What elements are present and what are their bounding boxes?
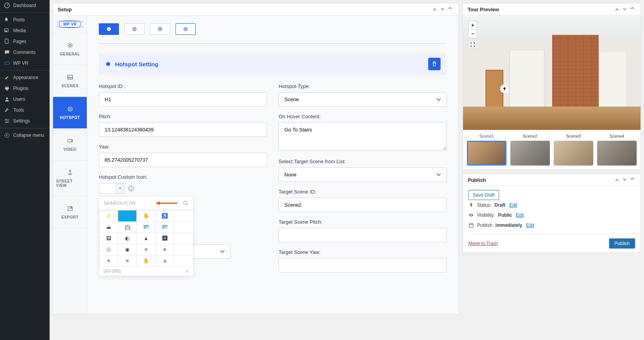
panel-toggle-icon[interactable] [629, 6, 636, 13]
icon-option[interactable] [174, 255, 193, 267]
icon-option[interactable] [174, 244, 193, 255]
hotspot-nav-add[interactable] [176, 23, 196, 35]
icon-option[interactable]: ✋ [136, 255, 155, 267]
save-draft-button[interactable]: Save Draft [468, 190, 499, 200]
panel-up-icon[interactable] [431, 6, 438, 13]
menu-media[interactable]: Media [0, 25, 50, 36]
icon-option[interactable]: 🖼 [99, 233, 118, 244]
hover-content-input[interactable]: Go To Stairs [279, 123, 447, 150]
thumb-scene3[interactable]: Scene3 [554, 134, 593, 166]
icon-picker-toggle[interactable] [116, 183, 124, 194]
tab-video[interactable]: VIDEO [53, 129, 87, 161]
zoom-out-button[interactable]: − [468, 29, 477, 38]
icon-option[interactable]: ≡ [155, 244, 174, 255]
arrow-up-icon [502, 86, 507, 91]
icon-option[interactable]: ◉ [118, 244, 137, 255]
menu-wpvr[interactable]: WP VR [0, 58, 50, 69]
tab-scenes[interactable]: SCENES [53, 65, 87, 97]
delete-hotspot-button[interactable] [428, 58, 441, 70]
hotspot-nav-2[interactable] [124, 23, 145, 35]
tab-hotspot[interactable]: HOTSPOT [53, 97, 87, 129]
thumb-image [554, 141, 593, 166]
menu-pages[interactable]: Pages [0, 36, 50, 47]
menu-label: Plugins [13, 86, 28, 91]
menu-users[interactable]: Users [0, 94, 50, 105]
chevron-right-icon[interactable] [185, 269, 189, 273]
dashboard-icon [4, 2, 10, 9]
panel-down-icon[interactable] [621, 176, 628, 183]
panel-up-icon[interactable] [613, 176, 620, 183]
pitch-input[interactable] [99, 123, 267, 137]
hotspot-nav-1[interactable] [99, 23, 119, 35]
icon-option[interactable]: ♿ [155, 210, 174, 222]
icon-option[interactable]: ≡ [118, 255, 137, 267]
icon-option[interactable]: ◐ [118, 233, 137, 244]
menu-plugins[interactable]: Plugins [0, 83, 50, 94]
hotspot-nav-3[interactable] [150, 23, 170, 35]
tab-logo[interactable]: WP VR [53, 16, 87, 33]
tab-export[interactable]: EXPORT [53, 197, 87, 228]
menu-dashboard[interactable]: Dashboard [0, 0, 50, 11]
menu-settings[interactable]: Settings [0, 116, 50, 126]
icon-option[interactable]: 🖐 [136, 210, 155, 222]
menu-label: Tools [13, 107, 24, 113]
tab-label: SCENES [61, 84, 78, 88]
fullscreen-button[interactable] [468, 40, 477, 49]
panel-toggle-icon[interactable] [629, 176, 636, 183]
publish-button[interactable]: Publish [609, 238, 635, 249]
edit-publish-link[interactable]: Edit [526, 223, 534, 228]
icon-option[interactable]: 📇 [118, 221, 137, 233]
menu-posts[interactable]: Posts [0, 14, 50, 25]
select-target-select[interactable]: None [279, 167, 447, 182]
icon-option-none[interactable]: ⊘ [99, 210, 118, 222]
icon-option[interactable] [174, 221, 193, 233]
zoom-in-button[interactable]: + [468, 21, 477, 29]
thumb-scene4[interactable]: Scene4 [597, 134, 637, 166]
thumb-label: Scene2 [510, 134, 550, 138]
icon-option[interactable]: 🪪 [136, 221, 155, 233]
icon-option[interactable]: ⛰ [99, 221, 118, 233]
gear-icon [105, 61, 111, 67]
edit-status-link[interactable]: Edit [509, 202, 517, 208]
target-yaw-input[interactable] [279, 258, 447, 273]
edit-visibility-link[interactable]: Edit [516, 212, 524, 218]
brush-icon [4, 74, 10, 81]
tour-preview-viewport[interactable]: + − [463, 16, 641, 130]
menu-tools[interactable]: Tools [0, 105, 50, 116]
hotspot-marker[interactable] [500, 85, 509, 93]
icon-option[interactable]: ≡ [99, 255, 118, 267]
icon-option[interactable] [174, 233, 193, 244]
icon-grid: ⊘ 🖐 ♿ ⛰ 📇 🪪 🪪 [99, 210, 193, 266]
yaw-input[interactable] [99, 153, 267, 167]
tab-label: HOTSPOT [60, 116, 80, 120]
hotspot-nav-row [99, 23, 447, 44]
tab-general[interactable]: GENERAL [53, 33, 87, 65]
target-yaw-label: Target Scene Yaw: [279, 249, 447, 255]
icon-option[interactable]: 🅰 [155, 233, 174, 244]
icon-option[interactable]: 🪪 [155, 221, 174, 233]
hotspot-type-select[interactable]: Scene [279, 92, 447, 107]
svg-point-24 [184, 201, 187, 205]
icon-option[interactable]: ≡ [136, 244, 155, 255]
icon-option-selected[interactable] [118, 210, 137, 222]
panel-down-icon[interactable] [621, 6, 628, 13]
icon-option[interactable] [174, 210, 193, 222]
menu-comments[interactable]: Comments [0, 47, 50, 58]
info-icon[interactable]: i [128, 186, 134, 191]
icon-option[interactable]: 🍥 [99, 244, 118, 255]
icon-option[interactable]: a [155, 255, 174, 267]
menu-appearance[interactable]: Appearance [0, 72, 50, 83]
menu-collapse[interactable]: Collapse menu [0, 130, 50, 141]
target-id-input[interactable] [279, 198, 447, 212]
panel-toggle-icon[interactable] [447, 6, 454, 13]
tab-streetview[interactable]: STREET VIEW [53, 161, 87, 197]
trash-link[interactable]: Move to Trash [468, 241, 498, 246]
icon-option[interactable]: ▲ [136, 233, 155, 244]
hotspot-id-input[interactable] [99, 92, 267, 107]
thumb-scene1[interactable]: Scene1 [467, 134, 506, 166]
panel-up-icon[interactable] [613, 6, 620, 13]
target-pitch-input[interactable] [279, 228, 447, 242]
svg-rect-2 [5, 39, 8, 43]
panel-down-icon[interactable] [439, 6, 446, 13]
thumb-scene2[interactable]: Scene2 [510, 134, 550, 166]
